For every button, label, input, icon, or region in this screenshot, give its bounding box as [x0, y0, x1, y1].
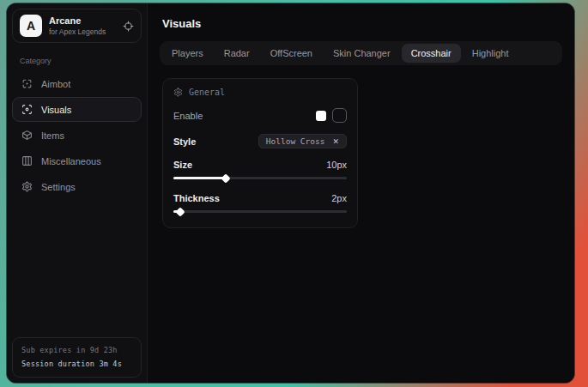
- size-row: Size 10px: [173, 160, 347, 170]
- general-gear-icon: [173, 88, 183, 97]
- sub-expires-text: Sub expires in 9d 23h: [21, 344, 132, 357]
- brand-subtitle: for Apex Legends: [49, 27, 116, 37]
- sidebar-item-settings[interactable]: Settings: [12, 174, 142, 199]
- enable-row: Enable: [173, 108, 347, 123]
- brand-card: A Arcane for Apex Legends: [12, 9, 142, 43]
- visuals-tabbar: Players Radar OffScreen Skin Changer Cro…: [160, 41, 562, 65]
- thickness-slider-thumb[interactable]: [175, 207, 185, 216]
- size-value: 10px: [326, 160, 347, 170]
- panel-header-label: General: [189, 88, 225, 97]
- sidebar-item-items[interactable]: Items: [12, 123, 142, 148]
- brand-text: Arcane for Apex Legends: [49, 15, 116, 36]
- panel-header: General: [173, 88, 347, 97]
- sidebar-nav: Aimbot Visuals Items: [12, 71, 142, 199]
- session-duration-text: Session duration 3m 4s: [21, 358, 132, 371]
- style-label: Style: [173, 136, 196, 147]
- tab-skin-changer[interactable]: Skin Changer: [324, 44, 400, 63]
- thickness-slider[interactable]: [173, 208, 347, 215]
- subscription-status-card: Sub expires in 9d 23h Session duration 3…: [12, 337, 142, 378]
- app-window: A Arcane for Apex Legends Category: [7, 3, 574, 383]
- thickness-label: Thickness: [173, 193, 220, 203]
- style-selected-value: Hollow Cross: [266, 136, 325, 146]
- app-logo: A: [20, 15, 42, 37]
- enable-controls: [316, 108, 347, 123]
- sidebar-item-miscellaneous[interactable]: Miscellaneous: [12, 148, 142, 173]
- main-content: Visuals Players Radar OffScreen Skin Cha…: [148, 3, 574, 383]
- sidebar-item-aimbot[interactable]: Aimbot: [12, 71, 142, 96]
- enable-label: Enable: [173, 111, 203, 121]
- sidebar: A Arcane for Apex Legends Category: [7, 3, 148, 383]
- gear-icon: [21, 181, 33, 192]
- sidebar-item-label: Miscellaneous: [41, 156, 101, 166]
- style-select-chip[interactable]: Hollow Cross ✕: [258, 134, 347, 148]
- sidebar-item-label: Aimbot: [41, 79, 70, 89]
- style-row: Style Hollow Cross ✕: [173, 134, 347, 148]
- tab-players[interactable]: Players: [162, 44, 213, 63]
- style-clear-icon[interactable]: ✕: [332, 137, 339, 146]
- sidebar-item-visuals[interactable]: Visuals: [12, 97, 142, 122]
- eye-scan-icon: [21, 104, 33, 115]
- layout-grid-icon: [21, 155, 33, 166]
- size-slider[interactable]: [173, 174, 347, 182]
- sidebar-item-label: Items: [41, 130, 64, 141]
- tab-crosshair[interactable]: Crosshair: [402, 44, 461, 63]
- page-title: Visuals: [162, 17, 562, 30]
- thickness-row: Thickness 2px: [173, 193, 347, 203]
- category-label: Category: [20, 57, 134, 65]
- target-icon[interactable]: [123, 21, 134, 32]
- package-box-icon: [21, 130, 33, 141]
- enable-keybind-box[interactable]: [332, 108, 347, 123]
- sidebar-item-label: Settings: [41, 182, 76, 192]
- size-slider-fill: [173, 177, 226, 179]
- crosshair-frame-icon: [21, 78, 33, 89]
- tab-offscreen[interactable]: OffScreen: [261, 44, 322, 63]
- general-panel: General Enable Style Hollow Cross ✕: [162, 78, 358, 228]
- enable-checkbox[interactable]: [316, 111, 326, 121]
- thickness-value: 2px: [331, 193, 347, 203]
- thickness-slider-fill: [173, 210, 180, 213]
- tab-highlight[interactable]: Highlight: [463, 44, 518, 63]
- size-label: Size: [173, 160, 192, 170]
- size-slider-thumb[interactable]: [221, 173, 230, 183]
- tab-radar[interactable]: Radar: [215, 44, 259, 63]
- thickness-slider-track: [173, 210, 347, 213]
- sidebar-item-label: Visuals: [41, 105, 71, 115]
- brand-name: Arcane: [49, 15, 116, 27]
